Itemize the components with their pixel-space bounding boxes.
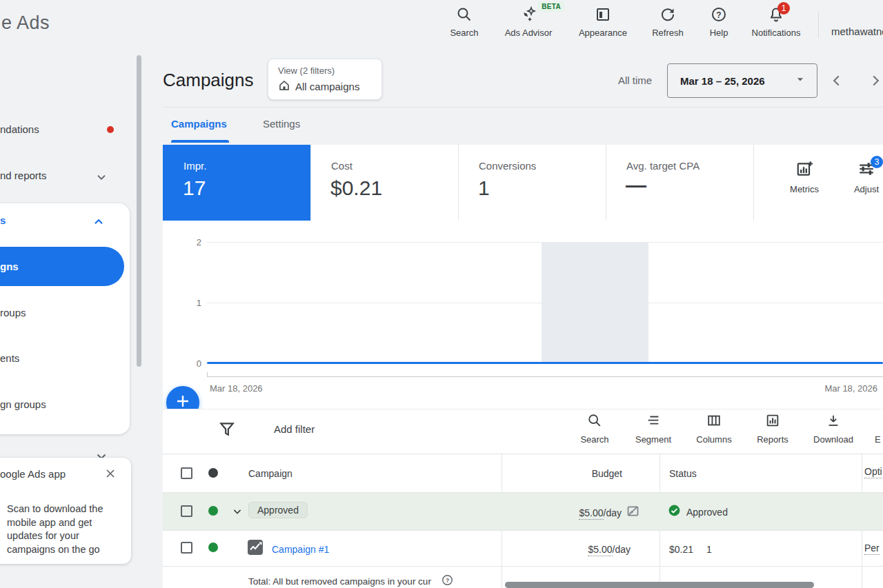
download-button[interactable]: Download	[809, 413, 857, 445]
metrics-button[interactable]: Metrics	[780, 160, 829, 194]
date-next-button[interactable]	[866, 72, 883, 92]
app-card-text-line: updates for your	[7, 529, 103, 543]
refresh-icon	[659, 6, 676, 26]
scorecard-cost-value: $0.21	[330, 176, 382, 200]
date-prev-button[interactable]	[828, 72, 846, 92]
sidebar-section-campaigns[interactable]: s	[0, 214, 6, 226]
topbar-notifications-button[interactable]: 1 Notifications	[742, 6, 811, 38]
reports-label: Reports	[757, 434, 788, 445]
date-preset-label: All time	[618, 74, 652, 86]
collapse-group-chevron-icon[interactable]	[230, 505, 244, 521]
table-group-row-approved: Approved $5.00/day Approved	[163, 493, 883, 530]
column-header-budget[interactable]: Budget	[466, 468, 622, 479]
tab-campaigns[interactable]: Campaigns	[171, 118, 227, 130]
close-icon[interactable]	[103, 467, 117, 483]
campaign-name-link[interactable]: Campaign #1	[272, 544, 329, 555]
filter-funnel-icon[interactable]	[218, 420, 236, 441]
enabled-status-dot	[208, 543, 218, 552]
topbar-ads-advisor-button[interactable]: BETA Ads Advisor	[494, 6, 563, 38]
columns-label: Columns	[696, 434, 731, 445]
expand-button[interactable]: E	[875, 434, 881, 445]
date-range-picker[interactable]: Mar 18 – 25, 2026	[667, 63, 817, 98]
scorecard-impressions[interactable]: Impr. 17	[163, 145, 310, 221]
scorecard-cpa-value: —	[626, 174, 646, 197]
sidebar-campaigns-panel: s gns roups ents gn groups	[0, 203, 130, 434]
segment-button[interactable]: Segment	[629, 413, 677, 445]
campaign-type-chart-icon	[247, 539, 264, 558]
view-filter-label: View (2 filters)	[278, 65, 335, 76]
x-label-end: Mar 18, 2026	[770, 383, 877, 394]
card-divider	[606, 145, 606, 221]
scorecard-conversions-label: Conversions	[479, 160, 536, 172]
group-budget-suffix: /day	[604, 507, 622, 518]
scorecard-cost[interactable]: Cost $0.21	[310, 145, 458, 221]
row-checkbox[interactable]	[181, 542, 192, 554]
column-header-status[interactable]: Status	[669, 468, 697, 479]
table-search-label: Search	[580, 434, 608, 445]
view-filter-chip[interactable]: View (2 filters) All campaigns	[268, 59, 382, 100]
caret-down-icon	[793, 72, 807, 89]
row-conversions-value: 1	[706, 544, 712, 555]
row-budget-cell[interactable]: $5.00/day	[466, 544, 631, 555]
column-header-optimization[interactable]: Opti	[864, 466, 882, 478]
account-name[interactable]: methawatno	[831, 26, 883, 37]
svg-text:?: ?	[446, 577, 449, 584]
sidebar-scrollbar[interactable]	[137, 55, 141, 367]
card-divider	[458, 145, 459, 221]
tab-settings[interactable]: Settings	[263, 118, 300, 130]
enabled-status-dot	[208, 506, 218, 516]
status-dot-header	[208, 468, 218, 478]
sidebar-item-ads[interactable]: ents	[0, 352, 19, 364]
download-label: Download	[813, 434, 853, 445]
row-checkbox[interactable]	[181, 505, 192, 517]
chevron-down-icon[interactable]	[94, 170, 109, 187]
google-ads-logo[interactable]: e Ads	[1, 12, 50, 34]
y-tick-1: 1	[183, 298, 201, 308]
gridline-2	[207, 242, 883, 243]
notifications-count-badge: 1	[777, 2, 790, 14]
scorecard-impressions-value: 17	[183, 176, 206, 200]
beta-badge: BETA	[538, 1, 564, 12]
help-icon: ?	[711, 6, 727, 26]
reports-icon	[765, 413, 780, 431]
sidebar-item-campaign-groups[interactable]: gn groups	[0, 398, 46, 410]
chevron-up-icon[interactable]	[91, 214, 106, 232]
group-budget-cell[interactable]: $5.00/day	[466, 504, 640, 521]
appearance-icon	[595, 6, 611, 26]
horizontal-scrollbar[interactable]	[505, 582, 814, 588]
segment-icon	[646, 413, 661, 431]
scorecard-cpa-label: Avg. target CPA	[626, 160, 700, 172]
select-all-checkbox[interactable]	[181, 467, 192, 479]
table-toolbar: Add filter Search Segment Columns Report…	[163, 409, 883, 454]
axis-tick	[207, 372, 208, 377]
column-header-campaign[interactable]: Campaign	[248, 468, 292, 479]
google-ads-campaigns-screen: e Ads Search BETA Ads Advisor Appearance…	[0, 0, 883, 588]
row-budget-suffix: /day	[613, 544, 631, 555]
scorecard-avg-target-cpa[interactable]: Avg. target CPA —	[606, 145, 753, 221]
sidebar-item-ad-groups[interactable]: roups	[0, 307, 26, 318]
sidebar-item-insights-reports[interactable]: nd reports	[0, 170, 47, 181]
x-label-start: Mar 18, 2026	[210, 383, 263, 394]
add-filter-button[interactable]: Add filter	[274, 423, 315, 435]
table-search-button[interactable]: Search	[571, 413, 619, 445]
approved-filter-chip[interactable]: Approved	[248, 502, 308, 518]
question-circle-icon[interactable]: ?	[442, 574, 453, 588]
columns-button[interactable]: Columns	[690, 413, 738, 445]
gridline-1	[207, 303, 883, 303]
sidebar-item-campaigns-active[interactable]: gns	[0, 247, 124, 286]
columns-icon	[706, 413, 722, 431]
table-total-row-label: Total: All but removed campaigns in your…	[248, 576, 431, 587]
topbar-search-label: Search	[450, 28, 478, 38]
scorecard-cost-label: Cost	[331, 160, 353, 172]
sidebar-item-recommendations[interactable]: ndations	[0, 123, 39, 135]
topbar-search-button[interactable]: Search	[430, 6, 499, 38]
scorecard-strip: Impr. 17 Cost $0.21 Conversions 1 Avg. t…	[163, 145, 883, 221]
topbar-refresh-label: Refresh	[652, 28, 684, 38]
topbar-appearance-button[interactable]: Appearance	[568, 6, 637, 38]
chart-x-axis	[207, 376, 883, 377]
group-status-text: Approved	[686, 507, 728, 518]
header-divider	[163, 107, 883, 108]
app-card-text-line: mobile app and get	[7, 516, 103, 530]
reports-button[interactable]: Reports	[748, 413, 797, 445]
scorecard-conversions[interactable]: Conversions 1	[458, 145, 606, 221]
